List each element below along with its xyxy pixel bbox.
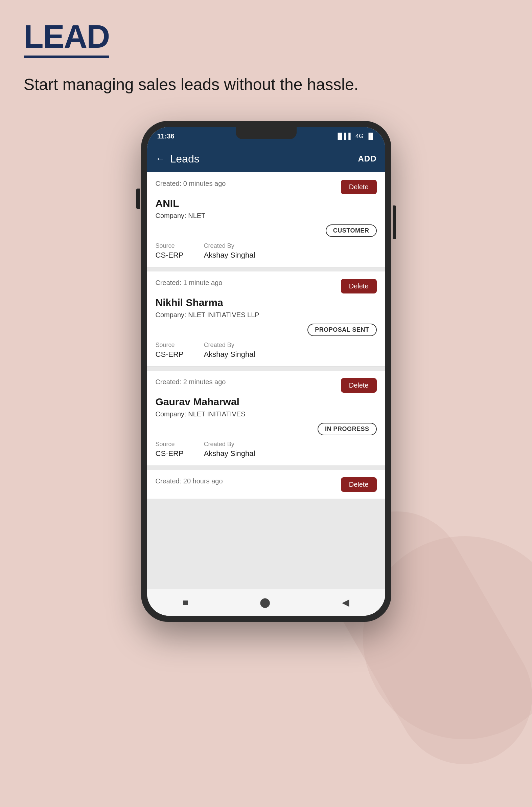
lead-footer: Source CS-ERP Created By Akshay Singhal [156,342,377,359]
lead-source-col: Source CS-ERP [156,242,184,260]
delete-button[interactable]: Delete [341,378,377,393]
lead-card[interactable]: Created: 2 minutes ago Delete Gaurav Mah… [147,371,385,466]
lead-status-row: IN PROGRESS [156,423,377,435]
leads-list: Created: 0 minutes ago Delete ANIL Compa… [147,172,385,589]
lead-footer: Source CS-ERP Created By Akshay Singhal [156,441,377,458]
phone-frame: 11:36 ▐▌▌▌ 4G ▐▌ ← Leads ADD Created: 0 … [141,121,391,622]
back-icon[interactable]: ◀ [342,597,349,608]
lead-name: Nikhil Sharma [156,297,377,308]
card-gap-3 [147,466,385,470]
delete-button[interactable]: Delete [341,477,377,492]
created-by-value: Akshay Singhal [204,449,255,458]
status-icons: ▐▌▌▌ 4G ▐▌ [336,133,375,140]
status-badge: PROPOSAL SENT [307,324,376,336]
lead-source-col: Source CS-ERP [156,342,184,359]
status-badge: CUSTOMER [326,224,377,237]
home-icon[interactable]: ■ [183,597,188,608]
brand-title: LEAD [24,20,109,58]
signal-icon: ▐▌▌▌ [336,133,353,140]
lead-company: Company: NLET INITIATIVES LLP [156,311,377,319]
phone-notch [236,127,297,139]
network-label: 4G [356,133,364,140]
lead-card-partial[interactable]: Created: 20 hours ago Delete [147,470,385,499]
source-value: CS-ERP [156,251,184,260]
bottom-nav: ■ ⬤ ◀ [147,589,385,616]
lead-company: Company: NLET INITIATIVES [156,410,377,418]
battery-icon: ▐▌ [366,133,375,140]
lead-createdby-col: Created By Akshay Singhal [204,342,255,359]
created-by-label: Created By [204,342,255,349]
tagline: Start managing sales leads without the h… [24,75,508,94]
lead-createdby-col: Created By Akshay Singhal [204,242,255,260]
created-by-value: Akshay Singhal [204,350,255,359]
created-by-label: Created By [204,242,255,250]
lead-footer: Source CS-ERP Created By Akshay Singhal [156,242,377,260]
lead-name: Gaurav Maharwal [156,396,377,407]
status-badge: IN PROGRESS [318,423,377,435]
source-label: Source [156,441,184,448]
lead-card-header: Created: 1 minute ago Delete [156,279,377,293]
lead-created-time: Created: 0 minutes ago [156,180,226,187]
lead-source-col: Source CS-ERP [156,441,184,458]
menu-icon[interactable]: ⬤ [260,597,270,608]
lead-card-header: Created: 2 minutes ago Delete [156,378,377,393]
created-by-value: Akshay Singhal [204,251,255,260]
back-button[interactable]: ← [156,153,165,164]
lead-created-time: Created: 20 hours ago [156,477,223,485]
status-time: 11:36 [157,132,174,140]
nav-bar: ← Leads ADD [147,145,385,172]
lead-status-row: CUSTOMER [156,224,377,237]
lead-status-row: PROPOSAL SENT [156,324,377,336]
source-label: Source [156,242,184,250]
lead-card[interactable]: Created: 1 minute ago Delete Nikhil Shar… [147,272,385,367]
phone-screen: 11:36 ▐▌▌▌ 4G ▐▌ ← Leads ADD Created: 0 … [147,127,385,616]
page-header: LEAD Start managing sales leads without … [0,0,532,100]
lead-createdby-col: Created By Akshay Singhal [204,441,255,458]
delete-button[interactable]: Delete [341,279,377,293]
source-value: CS-ERP [156,449,184,458]
created-by-label: Created By [204,441,255,448]
card-gap-2 [147,367,385,371]
nav-title: Leads [170,153,358,165]
lead-name: ANIL [156,198,377,209]
lead-card-header: Created: 0 minutes ago Delete [156,180,377,194]
lead-company: Company: NLET [156,212,377,220]
phone-container: 11:36 ▐▌▌▌ 4G ▐▌ ← Leads ADD Created: 0 … [0,121,532,622]
lead-created-time: Created: 1 minute ago [156,279,223,287]
source-value: CS-ERP [156,350,184,359]
source-label: Source [156,342,184,349]
lead-card[interactable]: Created: 0 minutes ago Delete ANIL Compa… [147,172,385,268]
add-button[interactable]: ADD [358,154,377,164]
card-gap-1 [147,268,385,272]
lead-created-time: Created: 2 minutes ago [156,378,226,386]
lead-card-header: Created: 20 hours ago Delete [156,477,377,492]
delete-button[interactable]: Delete [341,180,377,194]
